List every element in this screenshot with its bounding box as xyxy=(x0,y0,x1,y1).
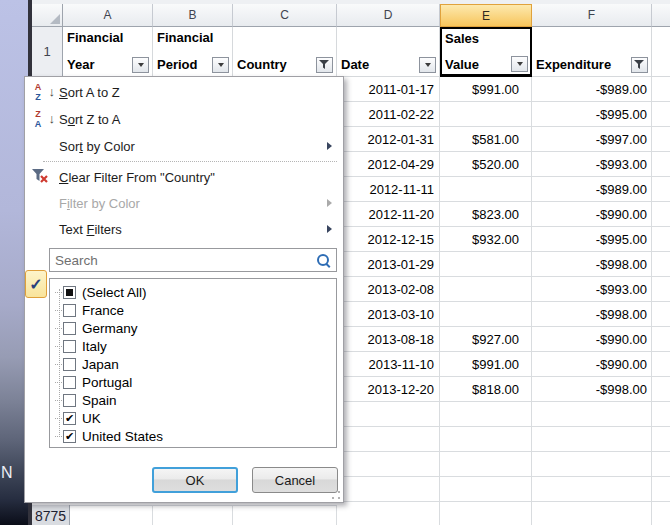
table-row[interactable]: 2013-11-10$991.00-$990.00 xyxy=(337,352,670,377)
filter-funnel-button-expenditure[interactable] xyxy=(631,57,648,73)
search-icon[interactable] xyxy=(317,254,329,266)
menu-item-filter-by-color: Filter by Color xyxy=(25,190,343,216)
checkbox-spain-unchecked[interactable] xyxy=(63,394,76,407)
row-header-8775[interactable]: 8775 xyxy=(32,505,70,525)
checkbox-italy-unchecked[interactable] xyxy=(63,340,76,353)
dropdown-arrow-icon xyxy=(425,63,431,67)
checkbox-select-all-mixed[interactable] xyxy=(63,286,76,299)
search-input[interactable] xyxy=(49,248,337,272)
table-row[interactable] xyxy=(337,427,670,452)
check-button[interactable]: ✓ xyxy=(25,270,47,298)
table-row[interactable]: 2012-01-31$581.00-$997.00 xyxy=(337,127,670,152)
table-row[interactable]: 2011-02-22-$995.00 xyxy=(337,102,670,127)
sort-za-icon: Z A ↓ xyxy=(32,110,56,130)
list-item-uk[interactable]: ✔UK xyxy=(50,409,336,427)
submenu-arrow-icon xyxy=(327,225,332,233)
filter-dropdown-button-period[interactable] xyxy=(212,57,229,73)
column-header-d[interactable]: D xyxy=(337,4,440,27)
filter-dropdown-button-year[interactable] xyxy=(132,57,149,73)
menu-item-sort-a-to-z[interactable]: A Z ↓ Sort A to Z xyxy=(25,79,343,106)
clear-filter-icon xyxy=(32,169,49,187)
cell-b1-financial-period[interactable]: Financial Period xyxy=(153,27,233,77)
column-header-g-partial[interactable] xyxy=(652,4,670,27)
filter-dropdown-button-sales[interactable] xyxy=(511,56,528,72)
cancel-button[interactable]: Cancel xyxy=(252,467,338,493)
checkbox-uk-checked[interactable]: ✔ xyxy=(63,412,76,425)
search-box xyxy=(49,248,337,272)
menu-item-sort-by-color[interactable]: Sort by Color xyxy=(25,133,343,159)
cell-c1-country[interactable]: Country xyxy=(233,27,337,77)
table-row[interactable] xyxy=(337,452,670,477)
table-row[interactable]: 2012-11-11-$989.00 xyxy=(337,177,670,202)
desktop-icon-label: N xyxy=(1,464,13,482)
table-row[interactable] xyxy=(337,502,670,525)
dropdown-arrow-icon xyxy=(138,63,144,67)
checkbox-japan-unchecked[interactable] xyxy=(63,358,76,371)
table-row[interactable]: 2013-12-20$818.00-$998.00 xyxy=(337,377,670,402)
sort-az-icon: A Z ↓ xyxy=(32,83,56,103)
list-item-germany[interactable]: Germany xyxy=(50,319,336,337)
table-row[interactable]: 2011-01-17$991.00-$989.00 xyxy=(337,77,670,102)
menu-item-sort-z-to-a[interactable]: Z A ↓ Sort Z to A xyxy=(25,106,343,133)
select-all-corner[interactable] xyxy=(32,4,63,27)
checkbox-united-states-checked[interactable]: ✔ xyxy=(63,430,76,443)
filter-dropdown-button-date[interactable] xyxy=(419,57,436,73)
data-grid: 2011-01-17$991.00-$989.00 2011-02-22-$99… xyxy=(337,77,670,525)
table-row[interactable] xyxy=(337,477,670,502)
table-row[interactable]: 2013-03-10-$998.00 xyxy=(337,302,670,327)
funnel-icon xyxy=(319,60,330,70)
table-row[interactable]: 2013-02-08-$993.00 xyxy=(337,277,670,302)
column-header-b[interactable]: B xyxy=(153,4,233,27)
resize-grip[interactable] xyxy=(331,490,341,500)
screen: N A B C D E F 1 Financial Year Financial… xyxy=(0,0,670,525)
cell-d1-date[interactable]: Date xyxy=(337,27,440,77)
bottom-cell-b[interactable] xyxy=(153,505,233,525)
bottom-cell-c[interactable] xyxy=(233,505,337,525)
menu-item-text-filters[interactable]: Text Filters xyxy=(25,216,343,242)
cell-f1-expenditure[interactable]: Expenditure xyxy=(532,27,652,77)
dropdown-arrow-icon xyxy=(517,62,523,66)
check-icon: ✓ xyxy=(29,275,42,294)
submenu-arrow-icon xyxy=(327,142,332,150)
checkbox-france-unchecked[interactable] xyxy=(63,304,76,317)
list-item-united-states[interactable]: ✔United States xyxy=(50,427,336,445)
column-header-c[interactable]: C xyxy=(233,4,337,27)
filter-value-list: (Select All) France Germany Italy Japan … xyxy=(49,278,337,448)
cell-e1-sales-value-active[interactable]: Sales Value xyxy=(440,27,532,77)
checkbox-portugal-unchecked[interactable] xyxy=(63,376,76,389)
filter-funnel-button-country[interactable] xyxy=(316,57,333,73)
checkbox-germany-unchecked[interactable] xyxy=(63,322,76,335)
table-row[interactable]: 2013-01-29-$998.00 xyxy=(337,252,670,277)
menu-separator xyxy=(43,161,337,162)
corner-triangle-icon xyxy=(50,14,60,24)
ok-button[interactable]: OK xyxy=(152,467,238,493)
list-item-france[interactable]: France xyxy=(50,301,336,319)
country-filter-menu: A Z ↓ Sort A to Z Z A ↓ Sort Z to A Sort… xyxy=(24,76,344,503)
table-row[interactable]: 2013-08-18$927.00-$990.00 xyxy=(337,327,670,352)
dropdown-arrow-icon xyxy=(218,63,224,67)
column-header-f[interactable]: F xyxy=(532,4,652,27)
funnel-icon xyxy=(634,60,645,70)
column-header-e-selected[interactable]: E xyxy=(440,4,532,27)
list-item-spain[interactable]: Spain xyxy=(50,391,336,409)
cell-a1-financial-year[interactable]: Financial Year xyxy=(63,27,153,77)
table-row[interactable]: 2012-11-20$823.00-$990.00 xyxy=(337,202,670,227)
list-item-portugal[interactable]: Portugal xyxy=(50,373,336,391)
row-header-1[interactable]: 1 xyxy=(32,27,63,77)
list-item-italy[interactable]: Italy xyxy=(50,337,336,355)
list-item-select-all[interactable]: (Select All) xyxy=(50,283,336,301)
list-item-japan[interactable]: Japan xyxy=(50,355,336,373)
submenu-arrow-icon xyxy=(327,199,332,207)
bottom-cell-a[interactable] xyxy=(70,505,153,525)
table-row[interactable]: 2012-04-29$520.00-$993.00 xyxy=(337,152,670,177)
cell-g1-partial[interactable] xyxy=(652,27,670,77)
menu-item-clear-filter[interactable]: Clear Filter From "Country" xyxy=(25,164,343,190)
table-row[interactable] xyxy=(337,402,670,427)
column-header-a[interactable]: A xyxy=(63,4,153,27)
table-row[interactable]: 2012-12-15$932.00-$995.00 xyxy=(337,227,670,252)
